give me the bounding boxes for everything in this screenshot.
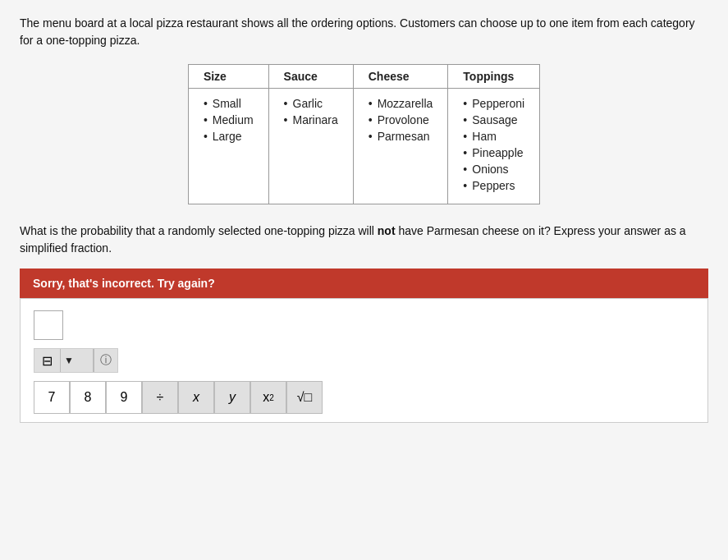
cheese-provolone: Provolone xyxy=(369,113,433,126)
topping-ham: Ham xyxy=(463,130,524,143)
col-header-toppings: Toppings xyxy=(448,65,540,89)
answer-area: ⊟ ▼ ⓘ 7 8 9 ÷ x y x2 √□ xyxy=(20,298,708,423)
sauce-cell: Garlic Marinara xyxy=(268,89,353,204)
dropdown-arrow-icon: ▼ xyxy=(64,355,74,366)
key-x[interactable]: x xyxy=(178,381,214,414)
table-container: Size Sauce Cheese Toppings Small Medium … xyxy=(20,64,708,204)
key-7[interactable]: 7 xyxy=(34,381,70,414)
pizza-table: Size Sauce Cheese Toppings Small Medium … xyxy=(188,64,540,204)
key-y[interactable]: y xyxy=(214,381,250,414)
error-banner: Sorry, that's incorrect. Try again? xyxy=(20,269,708,298)
answer-input-box[interactable] xyxy=(34,310,63,340)
key-9[interactable]: 9 xyxy=(106,381,142,414)
fraction-icon: ⊟ xyxy=(42,353,53,369)
key-x-squared[interactable]: x2 xyxy=(250,381,286,414)
col-header-cheese: Cheese xyxy=(353,65,448,89)
cheese-parmesan: Parmesan xyxy=(369,130,433,143)
topping-peppers: Peppers xyxy=(463,179,524,192)
size-large: Large xyxy=(204,130,254,143)
topping-sausage: Sausage xyxy=(463,113,524,126)
page-wrapper: The menu board at a local pizza restaura… xyxy=(0,0,728,560)
toolbar-dropdown[interactable]: ▼ xyxy=(61,349,94,372)
sauce-marinara: Marinara xyxy=(284,113,338,126)
toppings-cell: Pepperoni Sausage Ham Pineapple Onions P… xyxy=(448,89,540,204)
cheese-cell: Mozzarella Provolone Parmesan xyxy=(353,89,448,204)
key-divide[interactable]: ÷ xyxy=(142,381,178,414)
cheese-mozzarella: Mozzarella xyxy=(369,97,433,110)
key-8[interactable]: 8 xyxy=(70,381,106,414)
info-button[interactable]: ⓘ xyxy=(94,349,117,372)
question-text: What is the probability that a randomly … xyxy=(20,223,708,257)
info-icon: ⓘ xyxy=(100,353,112,368)
fraction-button[interactable]: ⊟ xyxy=(34,349,61,372)
topping-onions: Onions xyxy=(463,163,524,176)
topping-pepperoni: Pepperoni xyxy=(463,97,524,110)
key-sqrt[interactable]: √□ xyxy=(286,381,323,414)
math-toolbar: ⊟ ▼ ⓘ xyxy=(34,348,118,373)
size-medium: Medium xyxy=(204,113,254,126)
keypad: 7 8 9 ÷ x y x2 √□ xyxy=(34,381,694,414)
sauce-garlic: Garlic xyxy=(284,97,338,110)
error-message: Sorry, that's incorrect. Try again? xyxy=(33,277,215,290)
intro-text: The menu board at a local pizza restaura… xyxy=(20,15,708,49)
topping-pineapple: Pineapple xyxy=(463,146,524,159)
size-cell: Small Medium Large xyxy=(188,89,268,204)
col-header-sauce: Sauce xyxy=(268,65,353,89)
size-small: Small xyxy=(204,97,254,110)
col-header-size: Size xyxy=(188,65,268,89)
